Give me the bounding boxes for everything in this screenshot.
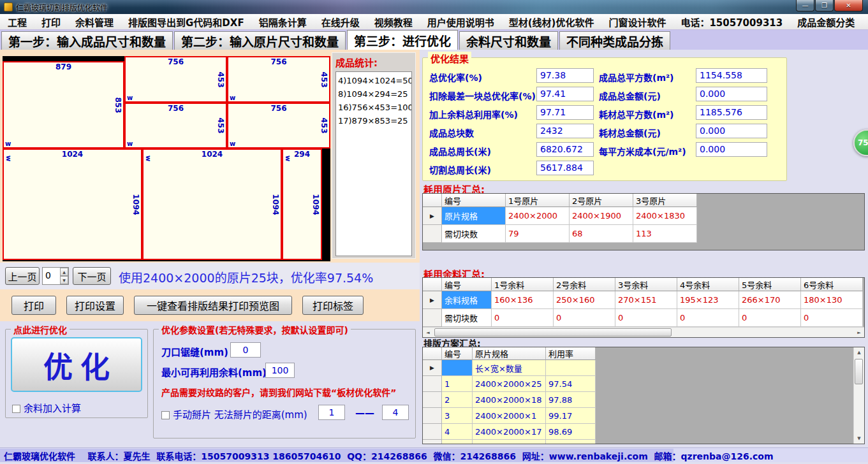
column-header[interactable]: 2号余料 bbox=[554, 278, 615, 291]
menu-item[interactable]: 电话：15057009313 bbox=[680, 15, 783, 29]
table-cell[interactable]: 2400×2000×25 bbox=[473, 376, 546, 392]
column-header[interactable]: 2号原片 bbox=[570, 194, 633, 207]
table-cell[interactable]: 79 bbox=[506, 225, 570, 243]
table-cell[interactable]: 2400×2000×1 bbox=[473, 408, 546, 424]
menu-item[interactable]: 门窗设计软件 bbox=[608, 15, 666, 29]
menu-item[interactable]: 用户使用说明书 bbox=[427, 15, 494, 29]
restore-button[interactable]: ❐ bbox=[815, 0, 834, 11]
floating-service-badge[interactable]: 75 bbox=[853, 129, 868, 156]
table-cell[interactable]: 97.88 bbox=[546, 392, 596, 408]
table-cell[interactable]: 98.69 bbox=[546, 424, 596, 440]
column-header[interactable]: 原片规格 bbox=[473, 347, 546, 360]
break-range-to-input[interactable]: 4 bbox=[382, 405, 409, 420]
row-selector[interactable]: ▶ bbox=[423, 360, 442, 376]
result-value-field[interactable]: 2432 bbox=[536, 124, 594, 138]
menu-item[interactable]: 视频教程 bbox=[374, 15, 413, 29]
kerf-input[interactable]: 0 bbox=[230, 342, 261, 358]
table-cell[interactable]: 长×宽×数量 bbox=[473, 360, 546, 376]
result-value-field[interactable]: 1185.576 bbox=[696, 105, 767, 120]
table-cell[interactable]: 2 bbox=[442, 392, 473, 408]
horizontal-scrollbar[interactable]: ◄► bbox=[423, 327, 864, 337]
minimize-button[interactable]: — bbox=[796, 0, 814, 11]
table-cell[interactable]: 0 bbox=[554, 309, 615, 327]
column-header[interactable]: 1号余料 bbox=[492, 278, 554, 291]
menu-item[interactable]: 排版图导出到G代码和DXF bbox=[128, 15, 244, 29]
table-cell[interactable]: 原片规格 bbox=[442, 207, 506, 225]
table-cell[interactable]: 2400×2000×7 bbox=[473, 440, 546, 444]
prev-page-button[interactable]: 上一页 bbox=[5, 267, 40, 285]
column-header[interactable] bbox=[423, 347, 442, 360]
min-remnant-input[interactable]: 100 bbox=[265, 363, 295, 378]
result-value-field[interactable]: 6820.672 bbox=[536, 142, 594, 157]
spin-up-icon[interactable]: ▲ bbox=[60, 268, 68, 276]
table-cell[interactable]: 180×130 bbox=[801, 291, 863, 309]
result-value-field[interactable]: 97.41 bbox=[536, 87, 594, 101]
table-cell[interactable]: 3 bbox=[442, 408, 473, 424]
result-value-field[interactable]: 1154.558 bbox=[696, 68, 767, 83]
menu-item[interactable]: 余料管理 bbox=[75, 15, 114, 29]
table-cell[interactable]: 需切块数 bbox=[442, 225, 506, 243]
table-cell[interactable]: 2400×1830 bbox=[633, 207, 697, 225]
stat-list-item[interactable]: 4)1094×1024=50 bbox=[338, 74, 409, 87]
table-cell[interactable] bbox=[546, 360, 596, 376]
remnant-include-checkbox[interactable]: 余料加入计算 bbox=[12, 401, 81, 414]
table-cell[interactable]: 68 bbox=[570, 225, 633, 243]
menu-item[interactable]: 铝隔条计算 bbox=[259, 15, 307, 29]
table-cell[interactable]: 2400×2000×17 bbox=[473, 424, 546, 440]
menu-item[interactable]: 工程 bbox=[8, 15, 27, 29]
table-cell[interactable]: 5 bbox=[442, 440, 473, 444]
step-tab[interactable]: 不同种类成品分拣 bbox=[559, 31, 670, 50]
result-value-field[interactable]: 0.000 bbox=[696, 124, 767, 138]
table-cell[interactable]: 0 bbox=[739, 309, 801, 327]
optimize-button[interactable]: 优化 bbox=[11, 337, 142, 392]
print-labels-button[interactable]: 打印标签 bbox=[302, 296, 364, 315]
row-selector[interactable] bbox=[423, 440, 442, 444]
step-tab[interactable]: 第三步：进行优化 bbox=[347, 30, 458, 50]
print-preview-button[interactable]: 一键查看排版结果打印预览图 bbox=[134, 296, 292, 315]
spin-down-icon[interactable]: ▼ bbox=[60, 276, 68, 284]
result-value-field[interactable]: 5617.884 bbox=[536, 161, 594, 175]
vertical-scrollbar[interactable]: ▲▼ bbox=[853, 347, 864, 444]
column-header[interactable]: 编号 bbox=[442, 347, 473, 360]
result-value-field[interactable]: 0.000 bbox=[696, 87, 767, 101]
step-tab[interactable]: 第一步：输入成品尺寸和数量 bbox=[1, 31, 173, 50]
table-cell[interactable]: 0 bbox=[492, 309, 554, 327]
column-header[interactable]: 5号余料 bbox=[739, 278, 801, 291]
table-cell[interactable]: 160×136 bbox=[492, 291, 554, 309]
menu-item[interactable]: 型材(线材)优化软件 bbox=[509, 15, 594, 29]
table-cell[interactable]: 余料规格 bbox=[442, 291, 492, 309]
break-range-from-input[interactable]: 1 bbox=[318, 405, 345, 420]
step-tab[interactable]: 第二步：输入原片尺寸和数量 bbox=[174, 31, 346, 50]
row-selector[interactable]: ▶ bbox=[423, 207, 442, 225]
column-header[interactable]: 3号余料 bbox=[615, 278, 677, 291]
result-value-field[interactable]: 97.38 bbox=[536, 68, 594, 83]
scroll-up-icon[interactable]: ▲ bbox=[854, 347, 864, 358]
table-cell[interactable]: 270×151 bbox=[615, 291, 677, 309]
column-header[interactable] bbox=[423, 278, 442, 291]
table-cell[interactable]: 266×170 bbox=[739, 291, 801, 309]
scroll-down-icon[interactable]: ▼ bbox=[854, 433, 864, 444]
column-header[interactable]: 6号余料 bbox=[801, 278, 863, 291]
stat-list-item[interactable]: 8)1094×294=25 bbox=[338, 87, 409, 101]
table-cell[interactable]: 97.84 bbox=[546, 440, 596, 444]
checkbox-icon[interactable] bbox=[161, 411, 170, 419]
result-value-field[interactable]: 0.000 bbox=[696, 142, 767, 157]
row-selector[interactable] bbox=[423, 408, 442, 424]
table-cell[interactable]: 250×160 bbox=[554, 291, 615, 309]
table-cell[interactable]: 2400×2000×18 bbox=[473, 392, 546, 408]
table-cell[interactable] bbox=[442, 360, 473, 376]
table-cell[interactable]: 4 bbox=[442, 424, 473, 440]
result-value-field[interactable]: 97.71 bbox=[536, 105, 594, 120]
next-page-button[interactable]: 下一页 bbox=[73, 267, 111, 285]
table-cell[interactable]: 需切块数 bbox=[442, 309, 492, 327]
column-header[interactable]: 4号余料 bbox=[677, 278, 739, 291]
column-header[interactable]: 编号 bbox=[442, 278, 492, 291]
scrollbar-thumb[interactable] bbox=[855, 359, 863, 384]
table-cell[interactable]: 2400×2000 bbox=[506, 207, 570, 225]
row-selector[interactable] bbox=[423, 225, 442, 243]
step-tab[interactable]: 余料尺寸和数量 bbox=[459, 31, 558, 50]
manual-break-checkbox[interactable]: 手动掰片 无法掰片的距离(mm) bbox=[161, 407, 307, 421]
column-header[interactable] bbox=[423, 194, 442, 207]
stat-list-item[interactable]: 16)756×453=100 bbox=[338, 101, 409, 114]
page-number-stepper[interactable]: 0 ▲ ▼ bbox=[42, 267, 69, 285]
